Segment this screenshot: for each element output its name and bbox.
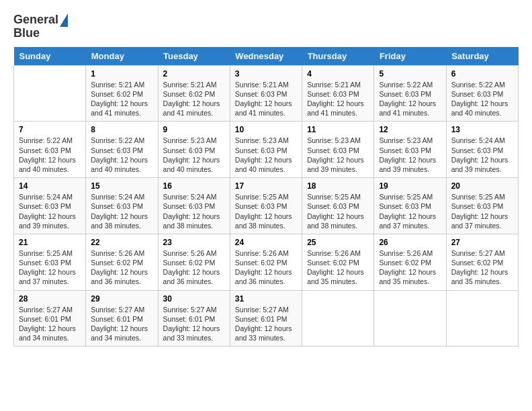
day-number: 12 bbox=[379, 125, 441, 134]
calendar-cell: 10Sunrise: 5:23 AMSunset: 6:03 PMDayligh… bbox=[230, 122, 302, 178]
calendar-cell: 16Sunrise: 5:24 AMSunset: 6:03 PMDayligh… bbox=[158, 178, 230, 234]
day-number: 26 bbox=[379, 238, 441, 247]
day-number: 11 bbox=[307, 125, 369, 134]
cell-info: Sunrise: 5:24 AMSunset: 6:03 PMDaylight:… bbox=[19, 193, 76, 230]
cell-info: Sunrise: 5:21 AMSunset: 6:03 PMDaylight:… bbox=[307, 81, 364, 118]
calendar-cell bbox=[302, 290, 374, 347]
calendar-cell: 19Sunrise: 5:25 AMSunset: 6:03 PMDayligh… bbox=[374, 178, 446, 234]
day-number: 21 bbox=[19, 238, 81, 247]
week-row-5: 28Sunrise: 5:27 AMSunset: 6:01 PMDayligh… bbox=[14, 290, 519, 347]
cell-info: Sunrise: 5:27 AMSunset: 6:01 PMDaylight:… bbox=[163, 306, 220, 342]
cell-info: Sunrise: 5:27 AMSunset: 6:01 PMDaylight:… bbox=[19, 306, 76, 342]
day-number: 20 bbox=[451, 181, 513, 191]
day-number: 29 bbox=[91, 294, 152, 304]
day-number: 8 bbox=[91, 125, 152, 134]
day-number: 28 bbox=[19, 294, 81, 304]
logo-general: General bbox=[13, 13, 58, 27]
calendar-cell: 1Sunrise: 5:21 AMSunset: 6:02 PMDaylight… bbox=[86, 65, 158, 122]
cell-info: Sunrise: 5:27 AMSunset: 6:02 PMDaylight:… bbox=[451, 249, 508, 286]
calendar-header-row: SundayMondayTuesdayWednesdayThursdayFrid… bbox=[14, 47, 519, 66]
cell-info: Sunrise: 5:25 AMSunset: 6:03 PMDaylight:… bbox=[235, 193, 292, 230]
cell-info: Sunrise: 5:26 AMSunset: 6:02 PMDaylight:… bbox=[91, 249, 148, 286]
cell-info: Sunrise: 5:27 AMSunset: 6:01 PMDaylight:… bbox=[235, 306, 292, 342]
calendar-cell bbox=[374, 290, 446, 347]
col-header-saturday: Saturday bbox=[446, 47, 518, 66]
day-number: 4 bbox=[307, 69, 369, 79]
day-number: 13 bbox=[451, 125, 513, 134]
day-number: 6 bbox=[451, 69, 513, 79]
col-header-sunday: Sunday bbox=[14, 47, 86, 66]
calendar-cell: 14Sunrise: 5:24 AMSunset: 6:03 PMDayligh… bbox=[14, 178, 86, 234]
cell-info: Sunrise: 5:25 AMSunset: 6:03 PMDaylight:… bbox=[451, 193, 508, 230]
cell-info: Sunrise: 5:22 AMSunset: 6:03 PMDaylight:… bbox=[379, 81, 436, 118]
cell-info: Sunrise: 5:22 AMSunset: 6:03 PMDaylight:… bbox=[91, 136, 148, 173]
calendar-cell: 23Sunrise: 5:26 AMSunset: 6:02 PMDayligh… bbox=[158, 234, 230, 290]
logo: General Blue bbox=[13, 13, 68, 40]
cell-info: Sunrise: 5:26 AMSunset: 6:02 PMDaylight:… bbox=[163, 249, 220, 286]
calendar-cell bbox=[446, 290, 518, 347]
cell-info: Sunrise: 5:21 AMSunset: 6:02 PMDaylight:… bbox=[163, 81, 220, 118]
cell-info: Sunrise: 5:25 AMSunset: 6:03 PMDaylight:… bbox=[379, 193, 436, 230]
week-row-4: 21Sunrise: 5:25 AMSunset: 6:03 PMDayligh… bbox=[14, 234, 519, 290]
day-number: 23 bbox=[163, 238, 225, 247]
calendar-cell: 3Sunrise: 5:21 AMSunset: 6:03 PMDaylight… bbox=[230, 65, 302, 122]
cell-info: Sunrise: 5:23 AMSunset: 6:03 PMDaylight:… bbox=[307, 136, 364, 173]
calendar-cell: 28Sunrise: 5:27 AMSunset: 6:01 PMDayligh… bbox=[14, 290, 86, 347]
day-number: 3 bbox=[235, 69, 297, 79]
calendar-cell: 2Sunrise: 5:21 AMSunset: 6:02 PMDaylight… bbox=[158, 65, 230, 122]
cell-info: Sunrise: 5:23 AMSunset: 6:03 PMDaylight:… bbox=[163, 136, 220, 173]
calendar-cell: 17Sunrise: 5:25 AMSunset: 6:03 PMDayligh… bbox=[230, 178, 302, 234]
col-header-monday: Monday bbox=[86, 47, 158, 66]
cell-info: Sunrise: 5:26 AMSunset: 6:02 PMDaylight:… bbox=[235, 249, 292, 286]
cell-info: Sunrise: 5:23 AMSunset: 6:03 PMDaylight:… bbox=[379, 136, 436, 173]
day-number: 14 bbox=[19, 181, 81, 191]
cell-info: Sunrise: 5:21 AMSunset: 6:02 PMDaylight:… bbox=[91, 81, 148, 118]
calendar-cell: 29Sunrise: 5:27 AMSunset: 6:01 PMDayligh… bbox=[86, 290, 158, 347]
day-number: 15 bbox=[91, 181, 152, 191]
day-number: 9 bbox=[163, 125, 225, 134]
day-number: 2 bbox=[163, 69, 225, 79]
cell-info: Sunrise: 5:25 AMSunset: 6:03 PMDaylight:… bbox=[307, 193, 364, 230]
day-number: 27 bbox=[451, 238, 513, 247]
cell-info: Sunrise: 5:22 AMSunset: 6:03 PMDaylight:… bbox=[19, 136, 76, 173]
calendar-cell: 12Sunrise: 5:23 AMSunset: 6:03 PMDayligh… bbox=[374, 122, 446, 178]
calendar-cell: 9Sunrise: 5:23 AMSunset: 6:03 PMDaylight… bbox=[158, 122, 230, 178]
calendar-cell: 11Sunrise: 5:23 AMSunset: 6:03 PMDayligh… bbox=[302, 122, 374, 178]
calendar-cell: 25Sunrise: 5:26 AMSunset: 6:02 PMDayligh… bbox=[302, 234, 374, 290]
logo-triangle-icon bbox=[60, 13, 68, 27]
week-row-3: 14Sunrise: 5:24 AMSunset: 6:03 PMDayligh… bbox=[14, 178, 519, 234]
calendar-cell: 18Sunrise: 5:25 AMSunset: 6:03 PMDayligh… bbox=[302, 178, 374, 234]
day-number: 17 bbox=[235, 181, 297, 191]
cell-info: Sunrise: 5:23 AMSunset: 6:03 PMDaylight:… bbox=[235, 136, 292, 173]
calendar-cell: 21Sunrise: 5:25 AMSunset: 6:03 PMDayligh… bbox=[14, 234, 86, 290]
calendar-cell: 7Sunrise: 5:22 AMSunset: 6:03 PMDaylight… bbox=[14, 122, 86, 178]
day-number: 30 bbox=[163, 294, 225, 304]
cell-info: Sunrise: 5:24 AMSunset: 6:03 PMDaylight:… bbox=[451, 136, 508, 173]
day-number: 24 bbox=[235, 238, 297, 247]
day-number: 31 bbox=[235, 294, 297, 304]
cell-info: Sunrise: 5:27 AMSunset: 6:01 PMDaylight:… bbox=[91, 306, 148, 342]
day-number: 18 bbox=[307, 181, 369, 191]
cell-info: Sunrise: 5:24 AMSunset: 6:03 PMDaylight:… bbox=[91, 193, 148, 230]
calendar-cell: 13Sunrise: 5:24 AMSunset: 6:03 PMDayligh… bbox=[446, 122, 518, 178]
cell-info: Sunrise: 5:24 AMSunset: 6:03 PMDaylight:… bbox=[163, 193, 220, 230]
day-number: 16 bbox=[163, 181, 225, 191]
day-number: 1 bbox=[91, 69, 152, 79]
calendar-cell: 27Sunrise: 5:27 AMSunset: 6:02 PMDayligh… bbox=[446, 234, 518, 290]
calendar-cell: 30Sunrise: 5:27 AMSunset: 6:01 PMDayligh… bbox=[158, 290, 230, 347]
calendar-cell: 22Sunrise: 5:26 AMSunset: 6:02 PMDayligh… bbox=[86, 234, 158, 290]
day-number: 7 bbox=[19, 125, 81, 134]
day-number: 25 bbox=[307, 238, 369, 247]
cell-info: Sunrise: 5:22 AMSunset: 6:03 PMDaylight:… bbox=[451, 81, 508, 118]
day-number: 5 bbox=[379, 69, 441, 79]
day-number: 22 bbox=[91, 238, 152, 247]
week-row-1: 1Sunrise: 5:21 AMSunset: 6:02 PMDaylight… bbox=[14, 65, 519, 122]
calendar-cell: 31Sunrise: 5:27 AMSunset: 6:01 PMDayligh… bbox=[230, 290, 302, 347]
calendar-cell: 6Sunrise: 5:22 AMSunset: 6:03 PMDaylight… bbox=[446, 65, 518, 122]
cell-info: Sunrise: 5:25 AMSunset: 6:03 PMDaylight:… bbox=[19, 249, 76, 286]
calendar-cell: 8Sunrise: 5:22 AMSunset: 6:03 PMDaylight… bbox=[86, 122, 158, 178]
day-number: 10 bbox=[235, 125, 297, 134]
calendar-cell: 4Sunrise: 5:21 AMSunset: 6:03 PMDaylight… bbox=[302, 65, 374, 122]
calendar-cell: 26Sunrise: 5:26 AMSunset: 6:02 PMDayligh… bbox=[374, 234, 446, 290]
col-header-thursday: Thursday bbox=[302, 47, 374, 66]
